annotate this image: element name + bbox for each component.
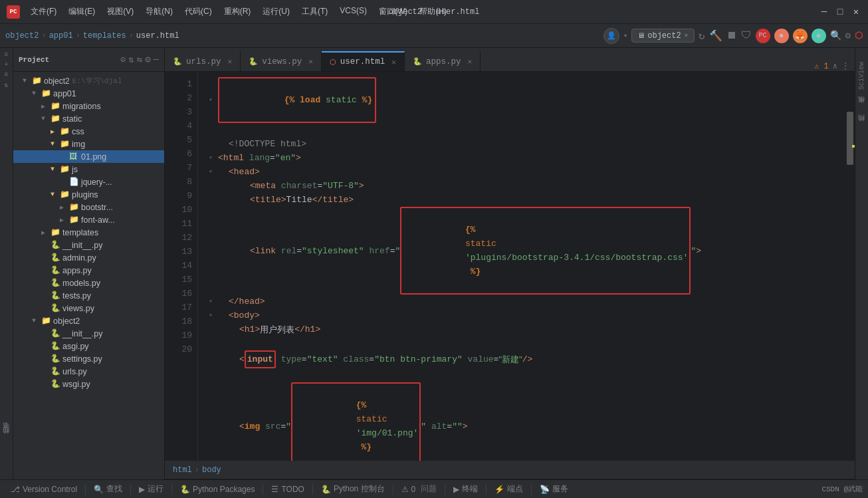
minimize-button[interactable]: ─ [819,7,829,17]
project-close-icon[interactable]: — [154,54,159,65]
locate-icon[interactable]: ⊙ [120,54,126,65]
pycharm-logo: ⬡ [855,30,863,41]
status-todo[interactable]: ☰ TODO [266,480,309,498]
code-area[interactable]: ▾ {% load static %} <!DOCTYPE html> [198,72,845,461]
sidebar-icon-3[interactable]: ≡ [4,71,8,78]
bc-app01[interactable]: app01 [49,31,73,41]
tree-item-static[interactable]: ▼ 📁 static [13,112,164,125]
menu-edit[interactable]: 编辑(E) [63,3,100,20]
status-services[interactable]: 📡 服务 [534,480,574,498]
status-problems[interactable]: ⚠ 0 问题 [396,480,443,498]
scroll-bar[interactable] [845,72,855,461]
tab-userhtml[interactable]: ⬡ user.html ✕ [322,51,405,71]
tree-item-01png[interactable]: 🖼 01.png [13,150,164,163]
tree-item-views[interactable]: 🐍 views.py [13,302,164,314]
expand-all-icon[interactable]: ⇅ [128,54,134,65]
sidebar-icon-2[interactable]: + [4,61,8,68]
tab-more-icon[interactable]: ⋮ [841,61,849,71]
code-line-3: <!DOCTYPE html> [209,137,845,151]
account-icon[interactable]: 👤 [603,28,619,44]
tree-item-admin[interactable]: 🐍 admin.py [13,251,164,264]
tree-item-models[interactable]: 🐍 models.py [13,277,164,289]
nav-bar: object2 › app01 › templates › user.html … [0,24,868,48]
run-button[interactable]: 🔨 [709,29,722,43]
tree-item-root[interactable]: ▼ 📁 object2 E:\学习\djal [13,74,164,87]
menu-run[interactable]: 运行(U) [257,3,295,20]
project-toolbar-actions: ⊙ ⇅ ⇆ ⚙ — [120,54,159,65]
tree-item-css[interactable]: ▶ 📁 css [13,125,164,138]
status-version-control[interactable]: ⎇ Version Control [5,480,82,498]
tab-apps[interactable]: 🐍 apps.py ✕ [405,51,481,71]
menu-code[interactable]: 代码(C) [179,3,217,20]
rerun-button[interactable]: ↻ [699,29,705,43]
sidebar-icon-1[interactable]: ≡ [4,51,8,59]
tree-item-bootstrap[interactable]: ▶ 📁 bootstr... [13,201,164,213]
tree-item-init-app[interactable]: 🐍 __init__.py [13,239,164,251]
tree-item-init-obj[interactable]: 🐍 __init__.py [13,327,164,340]
firefox-icon[interactable]: 🦊 [793,29,808,43]
menu-refactor[interactable]: 重构(R) [219,3,257,20]
account-dropdown-arrow[interactable]: ▾ [623,31,628,40]
tab-urls-close[interactable]: ✕ [228,57,233,66]
coverage-button[interactable]: 🛡 [741,29,752,42]
status-python-console[interactable]: 🐍 Python 控制台 [316,480,390,498]
tree-item-migrations[interactable]: ▶ 📁 migrations [13,100,164,112]
browser-icon[interactable]: ◈ [812,29,826,43]
bc-templates[interactable]: templates [83,31,126,41]
tree-item-templates[interactable]: ▶ 📁 templates [13,226,164,239]
menu-vcs[interactable]: VCS(S) [334,3,372,20]
collapse-all-icon[interactable]: ⇆ [137,54,142,65]
tree-item-fontawesome[interactable]: ▶ 📁 font-aw... [13,213,164,226]
tree-item-jquery[interactable]: 📄 jquery-... [13,176,164,188]
settings-toolbar-icon[interactable]: ⚙ [845,30,851,41]
status-endpoints[interactable]: ⚡ 端点 [489,480,528,498]
code-line-5: ▾ <head> [209,165,845,179]
tree-item-settings[interactable]: 🐍 settings.py [13,352,164,365]
tree-item-app01[interactable]: ▼ 📁 app01 [13,87,164,100]
tab-expand-icon[interactable]: ∧ [833,61,837,71]
menu-tools[interactable]: 工具(T) [296,3,333,20]
scroll-thumb[interactable] [847,112,853,165]
tree-item-js[interactable]: ▼ 📁 js [13,163,164,176]
pc-notification-icon[interactable]: PC [756,29,770,43]
tree-item-object2-sub[interactable]: ▼ 📁 object2 [13,314,164,327]
status-terminal[interactable]: ▶ 终端 [448,480,483,498]
project-name: object2 [647,31,681,41]
status-search[interactable]: 🔍 查找 [88,480,128,498]
sciview-panel-label[interactable]: SciView [857,58,867,94]
tree-item-wsgi[interactable]: 🐍 wsgi.py [13,378,164,390]
chrome-icon[interactable]: ● [774,29,789,43]
bc-object2[interactable]: object2 [5,31,39,41]
tab-urls[interactable]: 🐍 urls.py ✕ [165,51,241,71]
project-dropdown[interactable]: 🖥 object2 ▾ [631,29,695,43]
probability-panel-label[interactable]: 概率 [856,104,868,112]
bc-bottom-html[interactable]: html [173,465,192,475]
menu-view[interactable]: 视图(V) [102,3,139,20]
tree-item-tests[interactable]: 🐍 tests.py [13,289,164,302]
search-toolbar-icon[interactable]: 🔍 [830,30,841,41]
tab-userhtml-close[interactable]: ✕ [391,58,396,66]
tab-views-close[interactable]: ✕ [308,57,313,66]
tree-item-plugins[interactable]: ▼ 📁 plugins [13,188,164,201]
close-button[interactable]: ✕ [851,7,861,17]
bc-bottom-sep1: › [195,465,199,475]
tree-item-asgi[interactable]: 🐍 asgi.py [13,340,164,352]
status-run[interactable]: ▶ 运行 [134,480,169,498]
menu-nav[interactable]: 导航(N) [140,3,178,20]
tab-apps-close[interactable]: ✕ [467,57,472,66]
tree-item-urls[interactable]: 🐍 urls.py [13,365,164,378]
run-status-label: 运行 [148,483,163,495]
problems-label: 问题 [421,483,437,495]
maximize-button[interactable]: □ [835,7,845,17]
menu-file[interactable]: 文件(F) [25,3,62,20]
structure-panel-label[interactable]: 结构 [856,123,868,131]
sidebar-icon-4[interactable]: ⇅ [4,81,8,89]
status-sep-9 [531,484,532,495]
status-python-packages[interactable]: 🐍 Python Packages [175,480,260,498]
project-settings-icon[interactable]: ⚙ [145,54,150,65]
bc-bottom-body[interactable]: body [202,465,221,475]
debug-stop-button[interactable]: ⏹ [726,29,737,42]
tree-item-apps[interactable]: 🐍 apps.py [13,264,164,277]
tree-item-img[interactable]: ▼ 📁 img [13,138,164,150]
tab-views[interactable]: 🐍 views.py ✕ [241,51,322,71]
